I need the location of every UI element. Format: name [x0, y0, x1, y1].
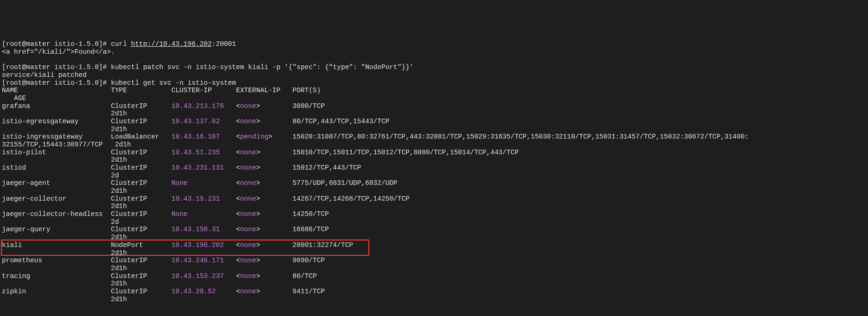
service-row: istio-egressgateway ClusterIP 10.43.137.…: [2, 118, 866, 126]
service-row-age: 2d1h: [2, 249, 866, 257]
curl-port: :20001: [212, 40, 236, 48]
service-row: istio-pilot ClusterIP 10.43.51.235 <none…: [2, 149, 866, 157]
service-row-age: 2d: [2, 172, 866, 180]
prompt-line-1: [root@master istio-1.5.0]# curl http://1…: [2, 40, 236, 48]
service-row: jaeger-query ClusterIP 10.43.150.31 <non…: [2, 226, 866, 234]
prompt-line-3: [root@master istio-1.5.0]# kubectl get s…: [2, 79, 236, 87]
service-row: istio-ingressgateway LoadBalancer 10.43.…: [2, 133, 866, 141]
service-row-age: 2d1h: [2, 296, 866, 303]
service-row-age: 2d: [2, 218, 866, 226]
service-row: jaeger-collector ClusterIP 10.43.19.231 …: [2, 195, 866, 203]
curl-response: <a href="/kiali/">Found</a>.: [2, 48, 115, 56]
service-table-body: grafana ClusterIP 10.43.213.176 <none> 3…: [2, 102, 866, 303]
shell-prompt: [root@master istio-1.5.0]#: [2, 79, 111, 87]
curl-url: http://10.43.196.202: [131, 40, 212, 48]
get-svc-cmd: kubectl get svc -n istio-system: [111, 79, 236, 87]
service-row-age: 2d1h: [2, 265, 866, 272]
service-row-overflow: 32155/TCP,15443:30977/TCP 2d1h: [2, 141, 866, 149]
shell-prompt: [root@master istio-1.5.0]#: [2, 63, 111, 71]
service-row-age: 2d1h: [2, 202, 866, 210]
service-row: jaeger-collector-headless ClusterIP None…: [2, 210, 866, 218]
service-row-age: 2d1h: [2, 187, 866, 195]
service-row-age: 2d1h: [2, 156, 866, 164]
patch-response: service/kiali patched: [2, 71, 87, 79]
service-row: grafana ClusterIP 10.43.213.176 <none> 3…: [2, 102, 866, 110]
table-header-1: NAME TYPE CLUSTER-IP EXTERNAL-IP PORT(S): [2, 87, 321, 94]
prompt-line-2: [root@master istio-1.5.0]# kubectl patch…: [2, 63, 414, 71]
service-row-age: 2d1h: [2, 126, 866, 133]
service-row-age: 2d1h: [2, 110, 866, 118]
service-row: prometheus ClusterIP 10.43.246.171 <none…: [2, 257, 866, 265]
patch-cmd: kubectl patch svc -n istio-system kiali …: [111, 63, 414, 71]
service-row: tracing ClusterIP 10.43.153.237 <none> 8…: [2, 272, 866, 280]
service-row-age: 2d1h: [2, 280, 866, 288]
service-row: zipkin ClusterIP 10.43.28.52 <none> 9411…: [2, 288, 866, 296]
curl-cmd: curl: [111, 40, 131, 48]
service-row: istiod ClusterIP 10.43.231.131 <none> 15…: [2, 164, 866, 172]
service-row: kiali NodePort 10.43.196.202 <none> 2000…: [2, 241, 866, 249]
terminal-output: [root@master istio-1.5.0]# curl http://1…: [2, 33, 866, 316]
shell-prompt: [root@master istio-1.5.0]#: [2, 40, 111, 48]
service-row: jaeger-agent ClusterIP None <none> 5775/…: [2, 179, 866, 187]
blank-line: [2, 56, 6, 63]
table-header-2: AGE: [2, 95, 26, 102]
service-row-age: 2d1h: [2, 234, 866, 241]
